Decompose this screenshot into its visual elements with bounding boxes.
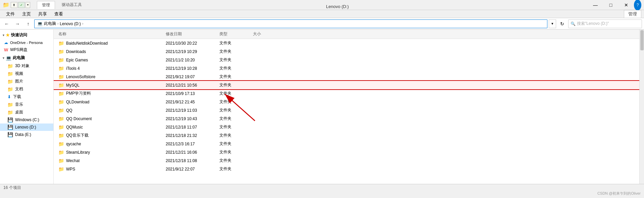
file-name-text: WPS [66, 167, 75, 171]
sidebar-onedrive[interactable]: ☁ OneDrive - Persona [0, 39, 53, 46]
table-row[interactable]: 📁SteamLibrary2021/12/21 16:06文件夹 [54, 148, 639, 156]
pc-icon: 💻 [6, 55, 11, 61]
help-button[interactable]: ? [634, 0, 641, 10]
file-extra-cell [278, 109, 285, 111]
sidebar-documents[interactable]: 📁 文档 [0, 85, 53, 93]
sidebar-desktop[interactable]: 📁 桌面 [0, 108, 53, 116]
sidebar-music[interactable]: 📁 音乐 [0, 101, 53, 108]
table-row[interactable]: 📁BaiduNetdiskDownload2021/10/30 20:22文件夹 [54, 39, 639, 47]
table-row[interactable]: 📁QQ音乐下载2021/12/18 21:32文件夹 [54, 131, 639, 140]
file-name-cell: 📁Epic Games [57, 56, 164, 64]
file-type-cell: 文件夹 [218, 165, 252, 173]
file-type-cell: 文件夹 [218, 56, 252, 64]
breadcrumb-dropdown[interactable]: ▾ [549, 19, 556, 28]
folder-icon: 📁 [58, 49, 64, 54]
sidebar-data-e[interactable]: 💾 Data (E:) [0, 131, 53, 138]
close-button[interactable]: ✕ [619, 0, 634, 10]
breadcrumb-pc[interactable]: 此电脑 [44, 21, 56, 27]
refresh-button[interactable]: ↻ [557, 19, 567, 28]
sidebar-quick-access[interactable]: ▾ ★ 快速访问 [0, 31, 53, 39]
file-name-cell: 📁QQ [57, 107, 164, 114]
table-row[interactable]: 📁LenovoSoftstore2021/9/12 19:07文件夹 [54, 72, 639, 81]
cloud-icon: ☁ [4, 40, 8, 45]
table-row[interactable]: 📁Epic Games2021/11/2 10:20文件夹 [54, 56, 639, 64]
menu-view[interactable]: 查看 [51, 10, 66, 18]
folder-icon: 📁 [58, 74, 64, 80]
maximize-button[interactable]: □ [603, 0, 619, 10]
sidebar: ▾ ★ 快速访问 ☁ OneDrive - Persona W WPS网盘 ▾ … [0, 30, 54, 184]
menu-home[interactable]: 主页 [19, 10, 34, 18]
search-box[interactable]: 🔍 搜索"Lenovo (D:)" [568, 19, 642, 28]
table-row[interactable]: 📁Downloads2021/12/19 10:29文件夹 [54, 47, 639, 56]
folder-icon: 📁 [58, 166, 64, 172]
file-name-cell: 📁iTools 4 [57, 65, 164, 72]
file-type-cell: 文件夹 [218, 115, 252, 122]
file-modified-cell: 2021/12/18 11:08 [164, 157, 218, 164]
scroll-thumb[interactable] [640, 30, 644, 50]
folder-doc-icon: 📁 [7, 87, 13, 92]
sidebar-video[interactable]: 📁 视频 [0, 70, 53, 78]
title-bar-left: 📁 ⬆ ✓ ▾ [3, 2, 30, 8]
minimize-button[interactable]: — [588, 0, 603, 10]
file-name-cell: 📁MySQL [57, 82, 164, 89]
sidebar-windows-c[interactable]: 💾 Windows (C:) [0, 116, 53, 123]
wps-icon: W [4, 47, 8, 52]
file-extra-cell [278, 160, 285, 162]
breadcrumb-drive[interactable]: Lenovo (D:) [60, 21, 81, 26]
chevron-quick-access: ▾ [3, 34, 4, 37]
ribbon-title-tab[interactable]: 管理 [37, 1, 55, 9]
sidebar-thispc[interactable]: ▾ 💻 此电脑 [0, 54, 53, 62]
scrollbar[interactable] [639, 30, 644, 184]
file-extra-cell [278, 151, 285, 153]
undo-btn[interactable]: ✓ [18, 2, 25, 8]
file-type-cell: 文件夹 [218, 48, 252, 55]
watermark: CSDN @初来乍到的Oliver [597, 191, 641, 196]
quick-access-btn[interactable]: ⬆ [11, 2, 17, 8]
file-type-cell: 文件夹 [218, 98, 252, 106]
folder-icon: 📁 [58, 158, 64, 163]
table-row[interactable]: 📁QLDownload2021/9/12 21:45文件夹 [54, 98, 639, 106]
table-row[interactable]: 📁QQMusic2021/12/18 11:07文件夹 [54, 123, 639, 131]
file-name-text: QQ音乐下载 [66, 133, 89, 138]
table-row[interactable]: 📁Wechat2021/12/18 11:08文件夹 [54, 156, 639, 165]
up-button[interactable]: ↑ [23, 19, 33, 28]
table-row[interactable]: 📁iTools 42021/12/19 10:28文件夹 [54, 64, 639, 72]
col-modified[interactable]: 修改日期 [164, 31, 218, 38]
table-row[interactable]: 📁MySQL2021/12/21 10:56文件夹 [54, 81, 639, 89]
table-row[interactable]: 📁QQ Document2021/12/19 10:43文件夹 [54, 114, 639, 123]
col-size[interactable]: 大小 [252, 31, 278, 38]
table-row[interactable]: 📁QQ2021/12/19 11:03文件夹 [54, 106, 639, 114]
breadcrumb[interactable]: 💻 此电脑 › Lenovo (D:) › [34, 19, 547, 28]
file-size-cell [252, 67, 278, 69]
chevron-thispc: ▾ [3, 56, 4, 60]
folder-icon: 📁 [58, 133, 64, 138]
sidebar-lenovo-d[interactable]: 💾 Lenovo (D:) [0, 123, 53, 131]
file-size-cell [252, 135, 278, 137]
table-row[interactable]: 📁WPS2021/9/12 22:07文件夹 [54, 165, 639, 173]
sidebar-pictures[interactable]: 📁 图片 [0, 78, 53, 85]
file-size-cell [252, 42, 278, 44]
file-type-cell: 文件夹 [218, 140, 252, 148]
back-button[interactable]: ← [2, 19, 11, 28]
dropdown-btn[interactable]: ▾ [25, 2, 30, 8]
file-size-cell [252, 101, 278, 103]
sidebar-wps[interactable]: W WPS网盘 [0, 46, 53, 54]
menu-file[interactable]: 文件 [3, 10, 18, 18]
file-name-cell: 📁QQ音乐下载 [57, 132, 164, 139]
menu-manage-tab[interactable]: 管理 [624, 10, 641, 18]
menu-share[interactable]: 共享 [35, 10, 50, 18]
forward-button[interactable]: → [13, 19, 22, 28]
table-row[interactable]: 📁qycache2021/12/3 16:17文件夹 [54, 140, 639, 148]
col-name[interactable]: 名称 [57, 31, 164, 38]
sidebar-downloads[interactable]: ⬇ 下载 [0, 93, 53, 101]
file-name-text: PMP学习资料 [66, 91, 91, 96]
sidebar-3d[interactable]: 📁 3D 对象 [0, 62, 53, 70]
file-extra-cell [278, 51, 285, 53]
bc-sep2: › [82, 22, 83, 26]
col-type[interactable]: 类型 [218, 31, 252, 38]
folder-icon: 📁 [58, 57, 64, 63]
file-size-cell [252, 118, 278, 120]
file-modified-cell: 2021/10/30 20:22 [164, 40, 218, 47]
table-row[interactable]: 📁PMP学习资料2021/10/9 17:13文件夹 [54, 89, 639, 98]
file-name-cell: 📁Wechat [57, 157, 164, 164]
